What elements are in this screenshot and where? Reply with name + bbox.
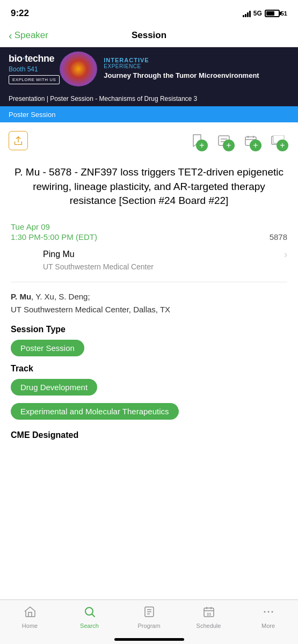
svg-line-10 — [92, 614, 95, 617]
tab-more[interactable]: More — [238, 604, 298, 629]
ad-booth-text: Booth 541 — [9, 65, 60, 73]
back-label: Speaker — [14, 30, 48, 41]
ad-logo-section: bio·techne Booth 541 EXPLORE WITH US — [9, 53, 60, 84]
speaker-name: Ping Mu — [43, 250, 75, 259]
ad-experience-label: EXPERIENCE — [104, 63, 289, 69]
signal-bars-icon — [243, 10, 251, 17]
ad-banner[interactable]: bio·techne Booth 541 EXPLORE WITH US INT… — [0, 47, 298, 90]
track-label: Track — [11, 364, 287, 374]
tab-schedule-label: Schedule — [197, 623, 221, 629]
session-time: 1:30 PM-5:00 PM (EDT) — [11, 232, 97, 241]
co-authors: , Y. Xu, S. Deng; — [31, 292, 90, 301]
ad-description-section: INTERACTIVE EXPERIENCE Journey Through t… — [97, 57, 289, 80]
speaker-row[interactable]: Ping Mu › — [11, 241, 287, 262]
page-title: Session — [132, 30, 166, 41]
network-label: 5G — [253, 10, 262, 17]
bookmark-add-icon: + — [196, 140, 208, 151]
svg-point-21 — [267, 611, 269, 613]
speaker-chevron-icon: › — [284, 249, 287, 260]
ad-molecule-image — [60, 52, 97, 86]
home-indicator — [114, 638, 184, 641]
slides-button[interactable]: + — [266, 129, 289, 152]
track-pill-2: Experimental and Molecular Therapeutics — [11, 403, 179, 420]
cme-label: CME Designated — [11, 430, 287, 440]
status-icons: 5G 51 — [243, 10, 287, 17]
schedule-add-icon: + — [250, 140, 261, 151]
first-author: P. Mu — [11, 292, 31, 301]
program-icon — [143, 605, 156, 620]
schedule-add-button[interactable]: + — [239, 129, 263, 152]
bookmark-button[interactable]: + — [185, 129, 209, 152]
tab-program[interactable]: Program — [119, 604, 179, 629]
share-icon — [13, 135, 24, 147]
session-type-badge: Poster Session — [9, 111, 55, 119]
session-title: P. Mu - 5878 - ZNF397 loss triggers TET2… — [11, 157, 287, 215]
authors-line1: P. Mu, Y. Xu, S. Deng; — [11, 291, 287, 303]
ad-description-text: Journey Through the Tumor Microenvironme… — [104, 71, 289, 80]
home-icon — [24, 605, 37, 620]
action-icons-right: + + + + — [185, 129, 289, 152]
session-type-label: Session Type — [11, 325, 287, 334]
ad-explore-button[interactable]: EXPLORE WITH US — [9, 75, 60, 84]
battery-icon: 51 — [265, 10, 287, 17]
back-button[interactable]: ‹ Speaker — [9, 30, 48, 41]
schedule-icon: 33 — [202, 605, 215, 620]
ad-brand-name: bio·techne — [9, 53, 60, 64]
tab-home[interactable]: Home — [0, 604, 60, 629]
tab-search-label: Search — [80, 623, 99, 629]
battery-level: 51 — [281, 10, 287, 17]
breadcrumb-bar: Presentation | Poster Session - Mechanis… — [0, 90, 298, 106]
session-date: Tue Apr 09 — [11, 222, 287, 231]
tab-home-label: Home — [22, 623, 38, 629]
tab-more-label: More — [261, 623, 275, 629]
share-button[interactable] — [9, 131, 28, 150]
svg-text:33: 33 — [207, 612, 211, 616]
tab-schedule[interactable]: 33 Schedule — [179, 604, 238, 629]
session-time-row: 1:30 PM-5:00 PM (EDT) 5878 — [11, 232, 287, 241]
slides-add-icon: + — [277, 140, 288, 151]
breadcrumb: Presentation | Poster Session - Mechanis… — [9, 95, 197, 103]
tab-bar: Home Search Program — [0, 599, 298, 644]
search-icon — [83, 605, 96, 620]
track-pill-1: Drug Development — [11, 379, 97, 396]
status-bar: 9:22 5G 51 — [0, 0, 298, 24]
tab-search[interactable]: Search — [60, 604, 119, 629]
note-button[interactable]: + — [212, 129, 236, 152]
main-content: P. Mu - 5878 - ZNF397 loss triggers TET2… — [0, 157, 298, 440]
session-type-pill: Poster Session — [11, 340, 84, 356]
speaker-institution: UT Southwestern Medical Center — [11, 262, 287, 282]
note-add-icon: + — [223, 140, 235, 151]
svg-point-20 — [264, 611, 265, 613]
back-chevron-icon: ‹ — [9, 30, 12, 41]
ad-interactive-title: INTERACTIVE — [104, 57, 289, 63]
session-id: 5878 — [270, 232, 287, 241]
action-bar: + + + + — [0, 122, 298, 157]
session-type-bar: Poster Session — [0, 106, 298, 122]
authors-institution: UT Southwestern Medical Center, Dallas, … — [11, 305, 287, 314]
tab-program-label: Program — [137, 623, 160, 629]
status-time: 9:22 — [11, 8, 29, 19]
more-icon — [262, 605, 275, 620]
divider — [11, 282, 287, 282]
svg-point-22 — [271, 611, 273, 613]
nav-bar: ‹ Speaker Session — [0, 24, 298, 47]
